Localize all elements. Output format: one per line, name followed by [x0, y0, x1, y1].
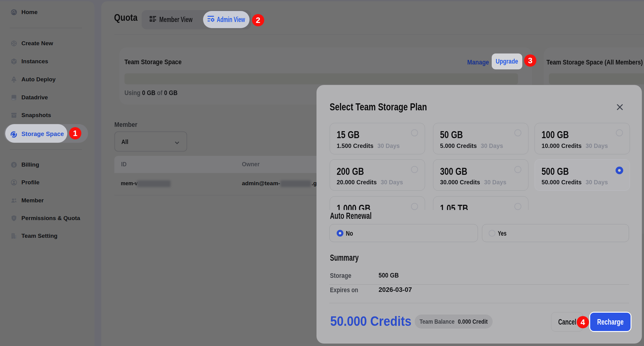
- svg-text:$: $: [13, 163, 15, 167]
